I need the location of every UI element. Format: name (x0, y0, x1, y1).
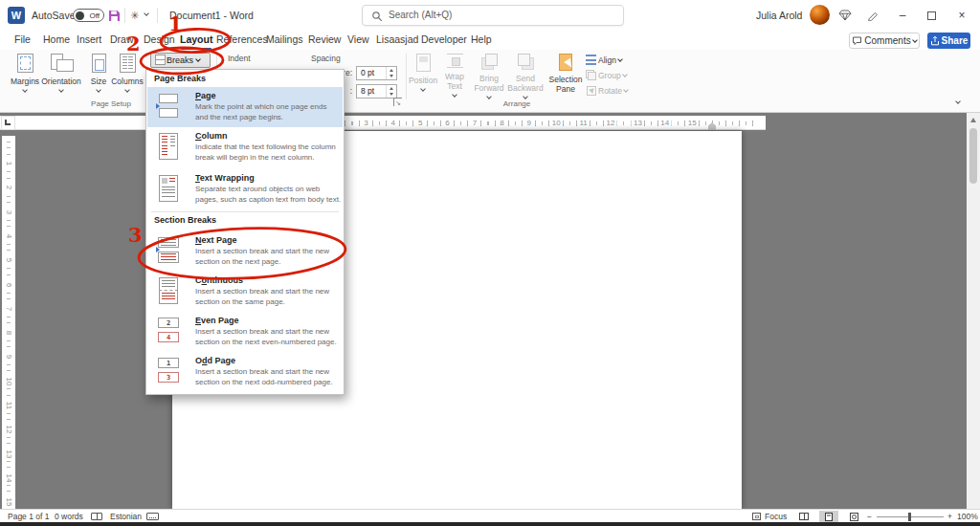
tab-file[interactable]: File (14, 31, 31, 50)
focus-button[interactable]: Focus (765, 510, 787, 523)
menu-item-desc: pages, such as caption text from body te… (195, 195, 341, 205)
menu-item-page[interactable]: Page Mark the point at which one page en… (147, 87, 343, 127)
ribbon-tab-row: File Home Insert Draw Design Layout Refe… (0, 31, 980, 50)
language-indicator[interactable]: Estonian (110, 510, 142, 523)
align-label: Align (598, 55, 616, 65)
menu-item-desc: Indicate that the text following the col… (195, 142, 336, 152)
menu-item-continuous[interactable]: Continuous Insert a section break and st… (147, 272, 343, 312)
menu-item-even-page[interactable]: 2 4 Even Page Insert a section break and… (147, 312, 343, 352)
size-chevron-icon (96, 87, 101, 93)
toggle-knob-icon (76, 11, 84, 20)
tab-help[interactable]: Help (471, 31, 492, 50)
odd-page-icon: 1 3 (156, 356, 181, 386)
maximize-button[interactable] (919, 0, 944, 31)
autosave-toggle[interactable]: Off (73, 9, 104, 22)
orientation-button[interactable]: Orientation (38, 53, 84, 100)
vertical-scrollbar[interactable] (967, 113, 980, 509)
proofing-book-icon[interactable] (91, 513, 102, 520)
pen-icon[interactable] (867, 10, 879, 21)
tab-home[interactable]: Home (43, 31, 70, 50)
tab-insert[interactable]: Insert (77, 31, 101, 50)
group-chevron-icon (622, 72, 628, 77)
diamond-icon[interactable] (838, 10, 852, 21)
spinner-icon[interactable] (386, 67, 396, 79)
page-break-icon (156, 91, 181, 121)
minimize-button[interactable]: – (890, 0, 915, 31)
tab-draw[interactable]: Draw (110, 31, 134, 50)
selection-pane-label: Selection Pane (544, 75, 588, 94)
ruler-number: 1 (4, 157, 13, 170)
menu-item-odd-page[interactable]: 1 3 Odd Page Insert a section break and … (147, 352, 343, 392)
print-layout-button[interactable] (819, 511, 838, 522)
send-backward-button[interactable]: Send Backward (505, 53, 546, 100)
even-page-icon: 2 4 (156, 316, 181, 346)
align-button[interactable]: Align (586, 54, 647, 67)
vertical-ruler[interactable]: 123456789101112131415 (2, 136, 15, 509)
menu-item-title: Odd Page (195, 356, 235, 365)
group-button[interactable]: Group (586, 69, 647, 82)
keyboard-icon[interactable] (146, 513, 159, 520)
menu-item-next-page[interactable]: Next Page Insert a section break and sta… (147, 231, 343, 272)
tab-layout[interactable]: Layout (180, 31, 212, 50)
menu-item-column[interactable]: Column Indicate that the text following … (147, 127, 343, 167)
share-button[interactable]: Share (927, 33, 970, 49)
breaks-button[interactable]: Breaks (150, 53, 211, 68)
tab-review[interactable]: Review (308, 31, 341, 50)
spinner-icon[interactable] (386, 85, 396, 98)
scroll-up-icon[interactable] (970, 118, 976, 122)
read-mode-button[interactable] (794, 511, 813, 522)
bring-forward-button[interactable]: Bring Forward (471, 53, 507, 100)
paragraph-dialog-launcher-icon[interactable]: ↘ (393, 98, 402, 106)
user-name: Julia Arold (756, 0, 802, 31)
save-icon[interactable] (108, 10, 121, 22)
sync-flower-icon[interactable]: ✳ (130, 0, 139, 31)
position-button[interactable]: Position (406, 53, 440, 100)
columns-button[interactable]: Columns (107, 53, 147, 100)
zoom-in-button[interactable]: + (947, 510, 952, 523)
wrap-text-button[interactable]: Wrap Text (438, 53, 471, 100)
rotate-button[interactable]: Rotate (586, 84, 647, 98)
ruler-number: 15 (686, 118, 699, 128)
focus-icon (752, 513, 761, 520)
web-layout-button[interactable] (844, 511, 863, 522)
zoom-out-button[interactable]: − (867, 510, 872, 523)
collapse-ribbon-chevron-icon[interactable] (956, 98, 960, 107)
zoom-slider-thumb[interactable] (908, 513, 911, 521)
menu-item-desc: Separate text around objects on web (195, 185, 320, 194)
zoom-slider[interactable] (877, 516, 944, 517)
rotate-label: Rotate (598, 86, 622, 96)
menu-item-title: Text Wrapping (195, 173, 255, 183)
tab-design[interactable]: Design (144, 31, 175, 50)
scrollbar-thumb[interactable] (969, 128, 977, 184)
tab-selector[interactable] (1, 116, 15, 130)
menu-item-title: Continuous (195, 275, 243, 285)
spacing-before-field[interactable]: 0 pt (356, 66, 397, 80)
tab-references[interactable]: References (216, 31, 268, 50)
avatar[interactable] (810, 5, 830, 25)
wrap-text-chevron-icon (452, 92, 457, 98)
zoom-level[interactable]: 100% (957, 510, 978, 523)
ruler-number: 8 (4, 326, 13, 340)
selection-pane-button[interactable]: Selection Pane (544, 53, 588, 100)
quick-access-chevron-icon[interactable] (145, 0, 148, 31)
word-count[interactable]: 0 words (55, 510, 83, 523)
send-backward-icon (518, 54, 534, 70)
horizontal-ruler[interactable]: 23456789101112131415 (0, 116, 766, 130)
tab-mailings[interactable]: Mailings (266, 31, 303, 50)
close-button[interactable]: × (949, 0, 974, 31)
ruler-number: 5 (416, 118, 424, 128)
spacing-after-field[interactable]: 8 pt (356, 84, 397, 99)
tab-view[interactable]: View (347, 31, 369, 50)
menu-item-text-wrapping[interactable]: Text Wrapping Separate text around objec… (147, 169, 343, 209)
page-indicator[interactable]: Page 1 of 1 (8, 510, 49, 523)
orientation-icon (51, 54, 72, 73)
bring-forward-icon (481, 54, 498, 70)
taskbar-strip (0, 522, 980, 526)
word-app-icon[interactable] (8, 7, 25, 24)
comments-button[interactable]: Comments (849, 33, 920, 49)
menu-item-desc: and the next page begins. (195, 113, 283, 122)
search-box[interactable]: Search (Alt+Q) (362, 5, 624, 26)
tab-lisaasjad[interactable]: Lisaasjad (376, 31, 418, 50)
align-chevron-icon (617, 56, 623, 62)
tab-developer[interactable]: Developer (421, 31, 467, 50)
